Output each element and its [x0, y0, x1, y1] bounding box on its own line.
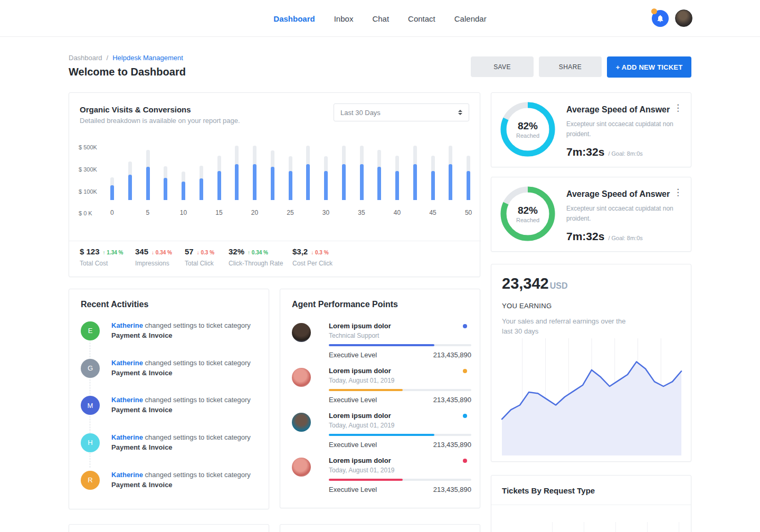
recent-activities-card: Recent Activities E Katherine changed se…: [69, 289, 269, 509]
bar: [128, 146, 132, 200]
activity-user-link[interactable]: Katherine: [111, 359, 143, 367]
tickets-by-request-card: Tickets By Request Type: [491, 475, 691, 532]
agent-meta: Today, August 01, 2019: [329, 377, 471, 384]
agent-name: Lorem ipsum dolor: [329, 412, 471, 420]
breadcrumb-current[interactable]: Helpdesk Management: [112, 54, 183, 62]
recent-activities-title: Recent Activities: [81, 300, 148, 309]
bar: [146, 146, 150, 200]
breadcrumb-dashboard[interactable]: Dashboard: [69, 54, 102, 62]
period-select[interactable]: Last 30 Days: [334, 103, 469, 121]
avatar: [292, 413, 311, 432]
agent-item[interactable]: Lorem ipsum dolor Today, August 01, 2019…: [280, 412, 480, 445]
nav-item-chat[interactable]: Chat: [372, 14, 389, 23]
bar: [324, 146, 328, 200]
agent-name: Lorem ipsum dolor: [329, 457, 471, 464]
activity-user-link[interactable]: Katherine: [111, 321, 143, 329]
activity-text: Katherine changed settings to ticket cat…: [111, 321, 251, 341]
delta-arrow-icon: ↓: [151, 250, 154, 255]
agent-item[interactable]: Lorem ipsum dolor Today, August 01, 2019…: [280, 457, 480, 490]
agent-name: Lorem ipsum dolor: [329, 367, 471, 375]
earnings-label: YOU EARNING: [502, 302, 552, 310]
share-button[interactable]: SHARE: [539, 56, 602, 77]
partial-card-left: [69, 524, 269, 532]
activity-category: Payment & Invoice: [111, 331, 173, 339]
agent-level: Executive Level: [329, 396, 377, 404]
stat-value: 57: [185, 247, 194, 256]
avatar: R: [81, 471, 100, 490]
earnings-amount: 23,342: [502, 275, 549, 292]
activity-text: Katherine changed settings to ticket cat…: [111, 358, 251, 378]
activity-item[interactable]: G Katherine changed settings to ticket c…: [69, 358, 269, 378]
bar: [200, 146, 203, 200]
earnings-currency: USD: [550, 281, 568, 291]
activity-user-link[interactable]: Katherine: [111, 471, 143, 479]
bar: [449, 146, 452, 200]
recent-activities-list: E Katherine changed settings to ticket c…: [69, 321, 269, 507]
divider: [69, 241, 481, 241]
agent-performance-title: Agent Performance Points: [292, 300, 398, 309]
notifications-button[interactable]: [652, 10, 669, 27]
stat-delta: ↓ 0.3 %: [311, 250, 328, 255]
agent-item[interactable]: Lorem ipsum dolor Today, August 01, 2019…: [280, 367, 480, 401]
bar: [182, 146, 185, 200]
donut-chart: 82% Reached: [500, 186, 555, 241]
add-new-ticket-button[interactable]: + ADD NEW TICKET: [607, 56, 691, 78]
avatar: H: [81, 433, 100, 452]
avatar: G: [81, 359, 100, 378]
avatar: M: [81, 396, 100, 415]
progress-track: [329, 434, 471, 436]
activity-item[interactable]: H Katherine changed settings to ticket c…: [69, 433, 269, 453]
activity-user-link[interactable]: Katherine: [111, 396, 143, 404]
tickets-card-title: Tickets By Request Type: [502, 486, 595, 495]
nav-item-calendar[interactable]: Calendar: [454, 14, 487, 23]
agent-item[interactable]: Lorem ipsum dolor Technical Support Exec…: [280, 322, 480, 356]
kebab-menu-icon[interactable]: ⋮: [673, 188, 682, 197]
organic-card-title: Organic Visits & Conversions: [80, 105, 191, 114]
bell-icon: [656, 14, 664, 23]
donut-caption: Reached: [516, 132, 539, 139]
agent-level: Executive Level: [329, 351, 377, 359]
stat-item: 345 ↓ 0.34 % Impressions: [135, 247, 172, 267]
page-title: Welcome to Dashboard: [69, 66, 186, 78]
bar: [431, 146, 435, 200]
nav-item-contact[interactable]: Contact: [408, 14, 435, 23]
page-actions: SAVE SHARE + ADD NEW TICKET: [470, 56, 691, 78]
stat-value: $3,2: [292, 247, 308, 256]
stat-delta: ↑ 0.34 %: [248, 250, 268, 255]
activity-item[interactable]: E Katherine changed settings to ticket c…: [69, 321, 269, 341]
activity-item[interactable]: R Katherine changed settings to ticket c…: [69, 470, 269, 490]
agent-meta: Technical Support: [329, 332, 471, 339]
progress-fill: [329, 344, 434, 346]
nav-item-inbox[interactable]: Inbox: [334, 14, 354, 23]
top-bar: Dashboard Inbox Chat Contact Calendar: [0, 0, 760, 37]
save-button[interactable]: SAVE: [471, 56, 534, 77]
activity-user-link[interactable]: Katherine: [111, 433, 143, 441]
earnings-desc: Your sales and referral earnings over th…: [502, 317, 634, 337]
activity-category: Payment & Invoice: [111, 406, 173, 414]
agent-points: 213,435,890: [433, 351, 471, 359]
speed-card-title: Average Speed of Answer: [566, 105, 670, 115]
user-avatar[interactable]: [675, 10, 692, 27]
agent-level: Executive Level: [329, 441, 377, 449]
bar: [110, 146, 114, 200]
stat-label: Total Cost: [80, 260, 123, 267]
kebab-menu-icon[interactable]: ⋮: [673, 103, 682, 112]
agent-points: 213,435,890: [433, 396, 471, 404]
stat-value: 345: [135, 247, 148, 256]
nav-item-dashboard[interactable]: Dashboard: [273, 14, 315, 23]
bar: [360, 146, 364, 200]
stat-label: Total Click: [185, 260, 214, 267]
avatar: E: [81, 321, 100, 340]
progress-track: [329, 344, 471, 346]
activity-item[interactable]: M Katherine changed settings to ticket c…: [69, 395, 269, 415]
status-dot: [463, 324, 467, 328]
agent-level: Executive Level: [329, 486, 377, 493]
speed-time: 7m:32s: [566, 146, 604, 158]
progress-track: [329, 479, 471, 481]
divider: [491, 505, 691, 505]
avatar: [292, 458, 311, 477]
activity-text: Katherine changed settings to ticket cat…: [111, 433, 251, 453]
stat-item: $3,2 ↓ 0.3 % Cost Per Click: [292, 247, 332, 267]
bar-chart: [110, 146, 470, 200]
activity-category: Payment & Invoice: [111, 369, 173, 377]
